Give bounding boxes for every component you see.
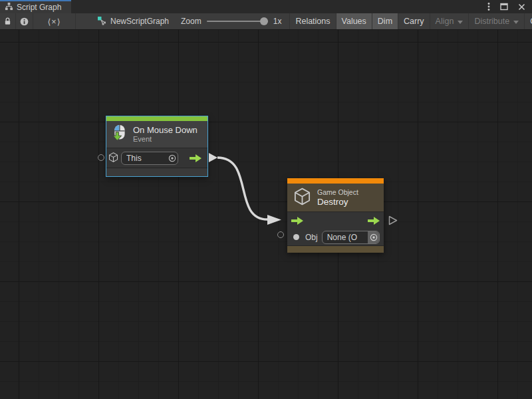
graph-canvas[interactable]: On Mouse Down Event This [0, 30, 532, 399]
connection-arrowhead-icon [267, 215, 281, 225]
script-graph-window: Script Graph ⟨×⟩ [0, 0, 532, 399]
flow-output-arrow-icon[interactable] [368, 217, 380, 225]
tab-bar-spacer [71, 0, 487, 13]
node-category: Game Object [317, 188, 358, 197]
carry-button[interactable]: Carry [398, 13, 430, 29]
target-field[interactable]: This [121, 152, 178, 165]
distribute-caret-icon [513, 21, 519, 24]
object-picker-icon[interactable] [166, 152, 178, 164]
carry-label: Carry [404, 17, 424, 26]
flow-row [287, 212, 384, 229]
obj-input-port-circle[interactable] [277, 231, 284, 238]
graph-toolbar: ⟨×⟩ NewScriptGraph Zoom 1x Relations Val… [0, 13, 532, 30]
game-object-cube-icon [108, 152, 119, 165]
info-button[interactable] [16, 13, 33, 29]
window-controls [487, 0, 532, 13]
dim-button[interactable]: Dim [372, 13, 398, 29]
close-button[interactable] [518, 3, 525, 11]
values-button[interactable]: Values [336, 13, 372, 29]
obj-field[interactable]: None (O [322, 231, 380, 244]
node-header: On Mouse Down Event [106, 121, 207, 148]
game-object-cube-icon [293, 187, 312, 208]
node-body: Obj None (O [287, 211, 384, 245]
graph-hierarchy-icon [5, 2, 13, 13]
target-input-port-circle[interactable] [98, 154, 104, 161]
node-body: This [106, 148, 207, 168]
node-titles: On Mouse Down Event [133, 125, 198, 144]
kebab-menu-icon [487, 2, 490, 11]
obj-port-dot-icon[interactable] [293, 234, 299, 240]
align-label: Align [436, 17, 454, 26]
obj-field-value: None (O [327, 233, 368, 242]
zoom-value: 1x [273, 17, 282, 26]
node-titles: Game Object Destroy [317, 188, 358, 207]
connection-wire[interactable] [217, 158, 267, 219]
close-icon [518, 3, 525, 11]
flow-input-arrow-icon[interactable] [291, 217, 303, 225]
flow-output-arrow-icon[interactable] [190, 154, 201, 162]
node-destroy[interactable]: Game Object Destroy Obj [287, 178, 384, 253]
graph-name: NewScriptGraph [110, 17, 169, 26]
node-header: Game Object Destroy [287, 184, 384, 211]
distribute-label: Distribute [474, 17, 509, 26]
zoom-label: Zoom [181, 17, 201, 26]
graph-breadcrumb[interactable]: NewScriptGraph [90, 13, 176, 29]
target-row: This [106, 148, 207, 168]
overview-button[interactable]: Overview [525, 13, 532, 29]
flow-output-port-triangle[interactable] [208, 152, 218, 165]
node-on-mouse-down[interactable]: On Mouse Down Event This [106, 116, 207, 176]
mouse-down-icon [110, 124, 128, 144]
zoom-control: Zoom 1x [176, 13, 287, 29]
node-title: Destroy [317, 197, 358, 207]
tab-script-graph[interactable]: Script Graph [0, 0, 71, 13]
lock-icon [4, 17, 11, 26]
node-footer [287, 245, 384, 253]
align-button: Align [430, 13, 469, 29]
event-accent-strip [106, 116, 207, 121]
flow-output-port-triangle-hollow[interactable] [388, 215, 398, 227]
target-field-value: This [126, 154, 166, 163]
values-label: Values [342, 17, 366, 26]
tab-title: Script Graph [17, 3, 61, 12]
node-subtitle: Event [133, 135, 198, 144]
dim-label: Dim [378, 17, 392, 26]
code-view-button[interactable]: ⟨×⟩ [33, 13, 76, 29]
code-icon: ⟨×⟩ [47, 17, 61, 27]
script-graph-asset-icon [97, 16, 106, 27]
node-footer [106, 168, 207, 176]
toolbar-toggle-group: Relations Values Dim Carry Align Distrib… [289, 13, 532, 29]
distribute-button: Distribute [469, 13, 525, 29]
align-caret-icon [458, 21, 463, 24]
obj-label: Obj [305, 233, 318, 242]
more-options-button[interactable] [487, 2, 490, 11]
relations-button[interactable]: Relations [290, 13, 336, 29]
obj-row: Obj None (O [287, 229, 384, 245]
maximize-button[interactable] [500, 3, 508, 11]
object-picker-icon[interactable] [368, 231, 379, 243]
tab-bar: Script Graph [0, 0, 532, 13]
node-title: On Mouse Down [133, 125, 198, 135]
maximize-icon [500, 3, 508, 11]
lock-button[interactable] [0, 13, 16, 29]
destroy-accent-strip [287, 178, 384, 184]
info-icon [20, 17, 29, 26]
zoom-slider-track[interactable] [207, 21, 268, 22]
relations-label: Relations [295, 17, 330, 26]
zoom-slider-handle[interactable] [260, 17, 268, 25]
wire-layer [0, 30, 532, 399]
